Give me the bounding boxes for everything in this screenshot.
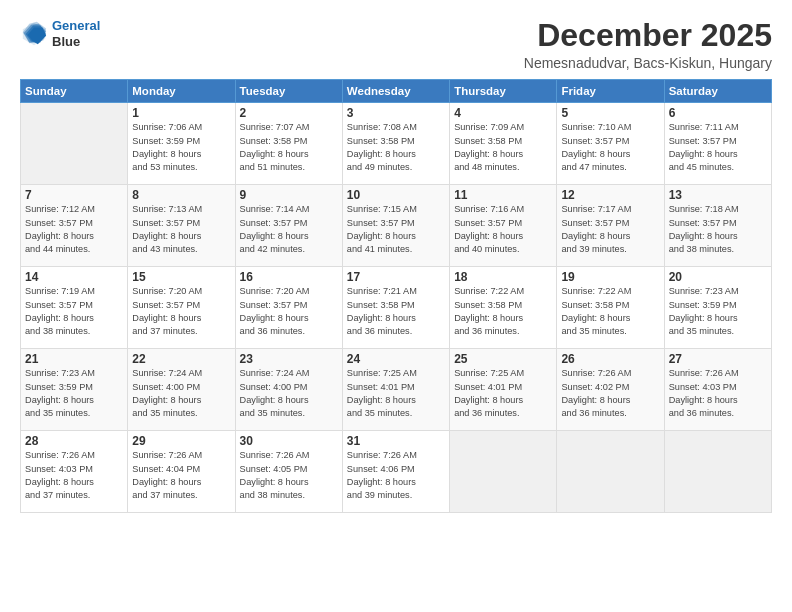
calendar-cell: 5Sunrise: 7:10 AM Sunset: 3:57 PM Daylig… xyxy=(557,103,664,185)
calendar-cell: 18Sunrise: 7:22 AM Sunset: 3:58 PM Dayli… xyxy=(450,267,557,349)
day-number: 1 xyxy=(132,106,230,120)
day-info: Sunrise: 7:23 AM Sunset: 3:59 PM Dayligh… xyxy=(25,367,123,420)
day-number: 14 xyxy=(25,270,123,284)
calendar-cell: 29Sunrise: 7:26 AM Sunset: 4:04 PM Dayli… xyxy=(128,431,235,513)
day-info: Sunrise: 7:11 AM Sunset: 3:57 PM Dayligh… xyxy=(669,121,767,174)
day-info: Sunrise: 7:10 AM Sunset: 3:57 PM Dayligh… xyxy=(561,121,659,174)
calendar-cell: 6Sunrise: 7:11 AM Sunset: 3:57 PM Daylig… xyxy=(664,103,771,185)
day-number: 25 xyxy=(454,352,552,366)
logo-line1: General xyxy=(52,18,100,33)
calendar-cell: 7Sunrise: 7:12 AM Sunset: 3:57 PM Daylig… xyxy=(21,185,128,267)
day-info: Sunrise: 7:06 AM Sunset: 3:59 PM Dayligh… xyxy=(132,121,230,174)
calendar-col-header: Thursday xyxy=(450,80,557,103)
calendar-cell: 10Sunrise: 7:15 AM Sunset: 3:57 PM Dayli… xyxy=(342,185,449,267)
calendar-cell: 25Sunrise: 7:25 AM Sunset: 4:01 PM Dayli… xyxy=(450,349,557,431)
calendar-cell: 3Sunrise: 7:08 AM Sunset: 3:58 PM Daylig… xyxy=(342,103,449,185)
day-info: Sunrise: 7:22 AM Sunset: 3:58 PM Dayligh… xyxy=(454,285,552,338)
day-number: 28 xyxy=(25,434,123,448)
day-number: 26 xyxy=(561,352,659,366)
day-info: Sunrise: 7:25 AM Sunset: 4:01 PM Dayligh… xyxy=(347,367,445,420)
day-number: 3 xyxy=(347,106,445,120)
calendar-cell xyxy=(450,431,557,513)
day-info: Sunrise: 7:19 AM Sunset: 3:57 PM Dayligh… xyxy=(25,285,123,338)
calendar-table: SundayMondayTuesdayWednesdayThursdayFrid… xyxy=(20,79,772,513)
calendar-cell: 11Sunrise: 7:16 AM Sunset: 3:57 PM Dayli… xyxy=(450,185,557,267)
day-number: 19 xyxy=(561,270,659,284)
day-number: 29 xyxy=(132,434,230,448)
calendar-cell: 27Sunrise: 7:26 AM Sunset: 4:03 PM Dayli… xyxy=(664,349,771,431)
calendar-week-row: 28Sunrise: 7:26 AM Sunset: 4:03 PM Dayli… xyxy=(21,431,772,513)
day-number: 6 xyxy=(669,106,767,120)
day-number: 11 xyxy=(454,188,552,202)
calendar-cell: 22Sunrise: 7:24 AM Sunset: 4:00 PM Dayli… xyxy=(128,349,235,431)
calendar-cell: 21Sunrise: 7:23 AM Sunset: 3:59 PM Dayli… xyxy=(21,349,128,431)
day-info: Sunrise: 7:26 AM Sunset: 4:03 PM Dayligh… xyxy=(669,367,767,420)
day-number: 7 xyxy=(25,188,123,202)
calendar-cell xyxy=(21,103,128,185)
day-number: 4 xyxy=(454,106,552,120)
logo-text: General Blue xyxy=(52,18,100,49)
logo: General Blue xyxy=(20,18,100,49)
day-info: Sunrise: 7:17 AM Sunset: 3:57 PM Dayligh… xyxy=(561,203,659,256)
calendar-week-row: 14Sunrise: 7:19 AM Sunset: 3:57 PM Dayli… xyxy=(21,267,772,349)
logo-icon xyxy=(20,20,48,48)
day-number: 30 xyxy=(240,434,338,448)
day-number: 13 xyxy=(669,188,767,202)
calendar-cell: 30Sunrise: 7:26 AM Sunset: 4:05 PM Dayli… xyxy=(235,431,342,513)
calendar-col-header: Friday xyxy=(557,80,664,103)
header: General Blue December 2025 Nemesnadudvar… xyxy=(20,18,772,71)
calendar-cell: 17Sunrise: 7:21 AM Sunset: 3:58 PM Dayli… xyxy=(342,267,449,349)
calendar-header-row: SundayMondayTuesdayWednesdayThursdayFrid… xyxy=(21,80,772,103)
day-info: Sunrise: 7:26 AM Sunset: 4:04 PM Dayligh… xyxy=(132,449,230,502)
calendar-cell: 12Sunrise: 7:17 AM Sunset: 3:57 PM Dayli… xyxy=(557,185,664,267)
calendar-cell: 28Sunrise: 7:26 AM Sunset: 4:03 PM Dayli… xyxy=(21,431,128,513)
calendar-cell: 23Sunrise: 7:24 AM Sunset: 4:00 PM Dayli… xyxy=(235,349,342,431)
calendar-cell: 26Sunrise: 7:26 AM Sunset: 4:02 PM Dayli… xyxy=(557,349,664,431)
day-info: Sunrise: 7:08 AM Sunset: 3:58 PM Dayligh… xyxy=(347,121,445,174)
calendar-col-header: Wednesday xyxy=(342,80,449,103)
calendar-cell: 19Sunrise: 7:22 AM Sunset: 3:58 PM Dayli… xyxy=(557,267,664,349)
day-info: Sunrise: 7:20 AM Sunset: 3:57 PM Dayligh… xyxy=(132,285,230,338)
day-info: Sunrise: 7:23 AM Sunset: 3:59 PM Dayligh… xyxy=(669,285,767,338)
day-info: Sunrise: 7:21 AM Sunset: 3:58 PM Dayligh… xyxy=(347,285,445,338)
calendar-week-row: 1Sunrise: 7:06 AM Sunset: 3:59 PM Daylig… xyxy=(21,103,772,185)
calendar-cell: 16Sunrise: 7:20 AM Sunset: 3:57 PM Dayli… xyxy=(235,267,342,349)
day-number: 9 xyxy=(240,188,338,202)
day-number: 12 xyxy=(561,188,659,202)
calendar-cell: 13Sunrise: 7:18 AM Sunset: 3:57 PM Dayli… xyxy=(664,185,771,267)
day-info: Sunrise: 7:26 AM Sunset: 4:02 PM Dayligh… xyxy=(561,367,659,420)
day-number: 21 xyxy=(25,352,123,366)
location: Nemesnadudvar, Bacs-Kiskun, Hungary xyxy=(524,55,772,71)
calendar-cell xyxy=(664,431,771,513)
calendar-cell: 8Sunrise: 7:13 AM Sunset: 3:57 PM Daylig… xyxy=(128,185,235,267)
calendar-cell: 2Sunrise: 7:07 AM Sunset: 3:58 PM Daylig… xyxy=(235,103,342,185)
day-info: Sunrise: 7:18 AM Sunset: 3:57 PM Dayligh… xyxy=(669,203,767,256)
calendar-col-header: Monday xyxy=(128,80,235,103)
day-info: Sunrise: 7:13 AM Sunset: 3:57 PM Dayligh… xyxy=(132,203,230,256)
day-number: 18 xyxy=(454,270,552,284)
day-info: Sunrise: 7:26 AM Sunset: 4:05 PM Dayligh… xyxy=(240,449,338,502)
calendar-cell: 31Sunrise: 7:26 AM Sunset: 4:06 PM Dayli… xyxy=(342,431,449,513)
calendar-col-header: Sunday xyxy=(21,80,128,103)
calendar-col-header: Saturday xyxy=(664,80,771,103)
calendar-week-row: 7Sunrise: 7:12 AM Sunset: 3:57 PM Daylig… xyxy=(21,185,772,267)
calendar-cell: 1Sunrise: 7:06 AM Sunset: 3:59 PM Daylig… xyxy=(128,103,235,185)
title-block: December 2025 Nemesnadudvar, Bacs-Kiskun… xyxy=(524,18,772,71)
day-info: Sunrise: 7:14 AM Sunset: 3:57 PM Dayligh… xyxy=(240,203,338,256)
calendar-cell: 20Sunrise: 7:23 AM Sunset: 3:59 PM Dayli… xyxy=(664,267,771,349)
calendar-cell: 24Sunrise: 7:25 AM Sunset: 4:01 PM Dayli… xyxy=(342,349,449,431)
day-info: Sunrise: 7:07 AM Sunset: 3:58 PM Dayligh… xyxy=(240,121,338,174)
day-info: Sunrise: 7:09 AM Sunset: 3:58 PM Dayligh… xyxy=(454,121,552,174)
day-info: Sunrise: 7:16 AM Sunset: 3:57 PM Dayligh… xyxy=(454,203,552,256)
calendar-week-row: 21Sunrise: 7:23 AM Sunset: 3:59 PM Dayli… xyxy=(21,349,772,431)
calendar-cell xyxy=(557,431,664,513)
day-number: 27 xyxy=(669,352,767,366)
day-number: 24 xyxy=(347,352,445,366)
day-info: Sunrise: 7:15 AM Sunset: 3:57 PM Dayligh… xyxy=(347,203,445,256)
day-info: Sunrise: 7:12 AM Sunset: 3:57 PM Dayligh… xyxy=(25,203,123,256)
calendar-cell: 4Sunrise: 7:09 AM Sunset: 3:58 PM Daylig… xyxy=(450,103,557,185)
calendar-cell: 15Sunrise: 7:20 AM Sunset: 3:57 PM Dayli… xyxy=(128,267,235,349)
calendar-col-header: Tuesday xyxy=(235,80,342,103)
calendar-cell: 14Sunrise: 7:19 AM Sunset: 3:57 PM Dayli… xyxy=(21,267,128,349)
day-number: 5 xyxy=(561,106,659,120)
